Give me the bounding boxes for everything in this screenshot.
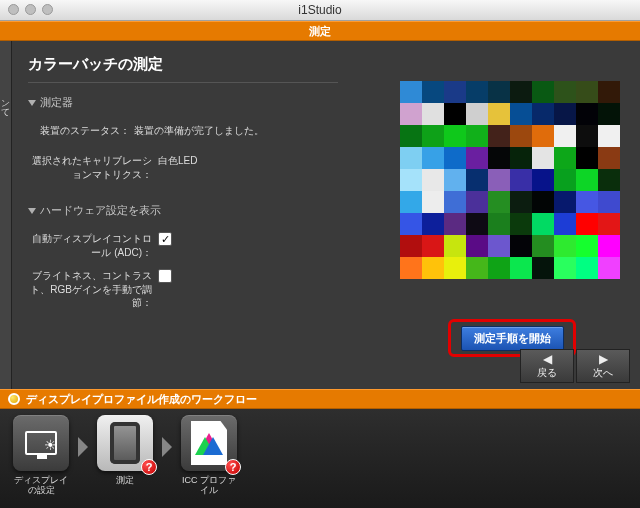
color-patch (466, 147, 488, 169)
color-patch (400, 235, 422, 257)
color-patch (554, 125, 576, 147)
monitor-icon: ☀ (25, 431, 57, 455)
workflow-step-measure[interactable]: ? 測定 (94, 415, 156, 485)
device-group-header[interactable]: 測定器 (28, 95, 338, 110)
color-patch (488, 103, 510, 125)
color-patch (466, 213, 488, 235)
color-patch (488, 125, 510, 147)
adc-checkbox[interactable]: ✓ (158, 232, 172, 246)
next-button[interactable]: ▶ 次へ (576, 349, 630, 383)
top-tab-strip: 測定 (0, 21, 640, 41)
color-patch-grid (400, 81, 620, 279)
color-patch (510, 81, 532, 103)
manual-adjust-checkbox[interactable] (158, 269, 172, 283)
color-patch (532, 169, 554, 191)
color-patch (510, 103, 532, 125)
color-patch (510, 213, 532, 235)
device-status-value: 装置の準備が完了しました。 (134, 124, 264, 138)
main-panel: ンて カラーバッチの測定 測定器 装置のステータス： 装置の準備が完了しました。… (0, 41, 640, 389)
color-patch (422, 147, 444, 169)
color-patch (598, 213, 620, 235)
color-patch (400, 147, 422, 169)
color-patch (554, 169, 576, 191)
color-patch (576, 125, 598, 147)
hardware-group-header[interactable]: ハードウェア設定を表示 (28, 203, 338, 218)
color-patch (466, 81, 488, 103)
device-status-label: 装置のステータス： (40, 124, 130, 138)
calibration-matrix-row: 選択されたキャリブレーションマトリクス： 白色LED (28, 154, 338, 181)
color-patch (400, 213, 422, 235)
back-button-label: 戻る (537, 366, 557, 380)
back-button[interactable]: ◀ 戻る (520, 349, 574, 383)
device-group-label: 測定器 (40, 95, 73, 110)
workflow-tile-display-settings[interactable]: ☀ (13, 415, 69, 471)
workflow-area: ☀ ディスプレイの設定 ? 測定 ? ICC プロファイル (0, 409, 640, 508)
color-patch (422, 169, 444, 191)
color-patch (510, 169, 532, 191)
color-patch (400, 125, 422, 147)
hardware-group-label: ハードウェア設定を表示 (40, 203, 161, 218)
color-patch (488, 169, 510, 191)
workflow-step-display-settings[interactable]: ☀ ディスプレイの設定 (10, 415, 72, 496)
colorimeter-icon (110, 422, 140, 464)
color-patch (466, 191, 488, 213)
color-patch (400, 191, 422, 213)
color-patch (422, 213, 444, 235)
color-patch (598, 147, 620, 169)
color-patch (554, 81, 576, 103)
color-patch (444, 81, 466, 103)
color-patch (444, 235, 466, 257)
workflow-step-label: ディスプレイの設定 (10, 475, 72, 496)
adc-label: 自動ディスプレイコントロール (ADC)： (28, 232, 158, 259)
help-badge-icon[interactable]: ? (225, 459, 241, 475)
color-patch (532, 147, 554, 169)
collapsed-side-panel[interactable]: ンて (0, 41, 12, 389)
workflow-tile-measure[interactable]: ? (97, 415, 153, 471)
color-patch (532, 81, 554, 103)
color-patch (554, 235, 576, 257)
color-patch (554, 103, 576, 125)
disclosure-triangle-icon[interactable] (28, 100, 36, 106)
close-window-icon[interactable] (8, 4, 19, 15)
divider (28, 82, 338, 83)
active-tab-label[interactable]: 測定 (309, 24, 331, 39)
color-patch (510, 147, 532, 169)
arrow-left-icon: ◀ (543, 353, 552, 365)
color-patch (576, 81, 598, 103)
color-patch (466, 257, 488, 279)
color-patch (510, 257, 532, 279)
color-patch (576, 257, 598, 279)
workflow-indicator-icon (8, 393, 20, 405)
start-measurement-button[interactable]: 測定手順を開始 (461, 326, 564, 351)
color-patch (422, 81, 444, 103)
color-patch (532, 191, 554, 213)
disclosure-triangle-icon[interactable] (28, 208, 36, 214)
color-patch (400, 257, 422, 279)
color-patch (400, 169, 422, 191)
workflow-tile-icc-profile[interactable]: ? (181, 415, 237, 471)
color-patch (488, 81, 510, 103)
workflow-title: ディスプレイプロファイル作成のワークフロー (26, 392, 257, 407)
color-patch (576, 213, 598, 235)
help-badge-icon[interactable]: ? (141, 459, 157, 475)
chevron-right-icon (78, 437, 88, 457)
workflow-strip: ディスプレイプロファイル作成のワークフロー (0, 389, 640, 409)
window-traffic-lights[interactable] (8, 4, 53, 15)
workflow-step-icc-profile[interactable]: ? ICC プロファイル (178, 415, 240, 496)
color-patch (400, 81, 422, 103)
minimize-window-icon[interactable] (25, 4, 36, 15)
next-button-label: 次へ (593, 366, 613, 380)
color-patch (532, 213, 554, 235)
color-patch (598, 169, 620, 191)
content-area: カラーバッチの測定 測定器 装置のステータス： 装置の準備が完了しました。 選択… (12, 41, 640, 389)
color-patch-preview (400, 81, 620, 279)
zoom-window-icon[interactable] (42, 4, 53, 15)
color-patch (466, 103, 488, 125)
color-patch (444, 257, 466, 279)
device-status-row: 装置のステータス： 装置の準備が完了しました。 (28, 124, 338, 138)
color-patch (532, 257, 554, 279)
manual-adjust-row: ブライトネス、コントラスト、RGBゲインを手動で調節： (28, 269, 338, 310)
color-patch (576, 147, 598, 169)
color-patch (488, 147, 510, 169)
color-patch (444, 191, 466, 213)
